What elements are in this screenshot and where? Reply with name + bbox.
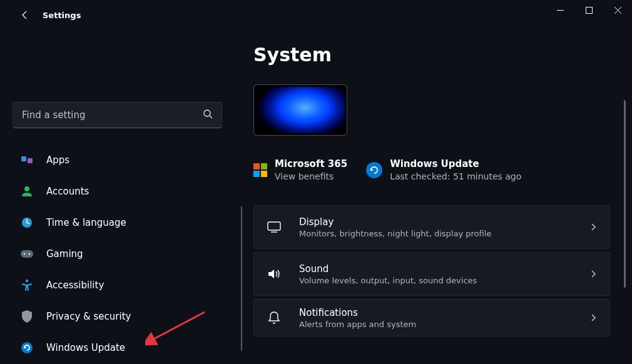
gaming-icon	[20, 247, 34, 261]
apps-icon	[20, 153, 34, 167]
wallpaper-preview	[256, 87, 345, 133]
card-subtitle: Alerts from apps and system	[299, 320, 416, 329]
settings-cards: Display Monitors, brightness, night ligh…	[253, 205, 610, 336]
microsoft-365-block[interactable]: Microsoft 365 View benefits	[253, 158, 347, 181]
card-title: Notifications	[299, 307, 416, 318]
notifications-icon	[267, 311, 282, 325]
update-subtitle: Last checked: 51 minutes ago	[390, 171, 521, 181]
svg-point-10	[26, 279, 28, 281]
sidebar-item-label: Time & language	[46, 217, 126, 228]
app-title: Settings	[43, 11, 81, 20]
info-row: Microsoft 365 View benefits Windows Upda…	[253, 158, 626, 181]
chevron-right-icon	[589, 221, 597, 233]
minimize-button[interactable]	[546, 0, 574, 20]
sidebar-item-accounts[interactable]: Accounts	[13, 178, 222, 204]
sidebar-item-apps[interactable]: Apps	[13, 147, 222, 173]
sidebar-item-label: Windows Update	[46, 342, 125, 353]
svg-rect-7	[21, 250, 33, 258]
svg-point-5	[24, 186, 29, 191]
search-input[interactable]	[22, 109, 203, 121]
sidebar-item-gaming[interactable]: Gaming	[13, 241, 222, 266]
card-display[interactable]: Display Monitors, brightness, night ligh…	[253, 205, 610, 249]
card-title: Display	[299, 216, 491, 228]
svg-point-2	[204, 110, 210, 116]
sidebar-item-label: Gaming	[46, 248, 83, 260]
sidebar-item-label: Apps	[46, 154, 69, 166]
update-title: Windows Update	[390, 158, 521, 169]
nav-list: Apps Accounts Time & language Gaming Acc	[13, 147, 222, 360]
sidebar-item-label: Accounts	[46, 186, 89, 197]
accounts-icon	[20, 185, 34, 198]
display-icon	[267, 221, 282, 233]
titlebar: Settings	[0, 0, 632, 30]
main-content: System Microsoft 365 View benefits Windo…	[253, 44, 626, 364]
minimize-icon	[557, 7, 564, 14]
svg-rect-3	[21, 156, 26, 161]
main-scrollbar[interactable]	[624, 100, 626, 288]
svg-rect-0	[557, 10, 564, 11]
page-title: System	[253, 44, 626, 66]
chevron-right-icon	[589, 268, 597, 280]
time-language-icon	[20, 216, 34, 230]
sidebar-scroll-indicator[interactable]	[241, 206, 242, 351]
search-icon	[203, 109, 213, 121]
profile-placeholder	[13, 30, 222, 102]
svg-rect-13	[268, 222, 280, 230]
card-notifications[interactable]: Notifications Alerts from apps and syste…	[253, 299, 610, 336]
close-icon	[614, 7, 621, 14]
search-box[interactable]	[13, 102, 222, 128]
sidebar-item-windows-update[interactable]: Windows Update	[13, 335, 222, 360]
card-title: Sound	[299, 263, 477, 275]
card-sound[interactable]: Sound Volume levels, output, input, soun…	[253, 252, 610, 296]
window-controls	[546, 0, 632, 20]
back-button[interactable]	[13, 3, 38, 28]
chevron-right-icon	[589, 312, 597, 324]
svg-point-11	[21, 342, 33, 353]
svg-rect-4	[28, 158, 33, 163]
close-button[interactable]	[603, 0, 632, 20]
microsoft-logo-icon	[253, 163, 267, 177]
svg-point-9	[29, 253, 30, 254]
maximize-icon	[586, 7, 593, 14]
privacy-security-icon	[20, 310, 34, 323]
windows-update-status-icon	[366, 162, 382, 178]
device-row	[253, 84, 626, 136]
sidebar-item-privacy-security[interactable]: Privacy & security	[13, 303, 222, 329]
sidebar: Apps Accounts Time & language Gaming Acc	[0, 30, 232, 364]
sidebar-item-accessibility[interactable]: Accessibility	[13, 272, 222, 298]
maximize-button[interactable]	[574, 0, 603, 20]
sidebar-item-time-language[interactable]: Time & language	[13, 210, 222, 235]
card-subtitle: Monitors, brightness, night light, displ…	[299, 229, 491, 238]
sidebar-item-label: Privacy & security	[46, 311, 131, 322]
accessibility-icon	[20, 278, 34, 292]
back-arrow-icon	[20, 10, 30, 20]
windows-update-block[interactable]: Windows Update Last checked: 51 minutes …	[366, 158, 521, 181]
svg-rect-1	[586, 7, 592, 13]
svg-point-8	[24, 253, 25, 254]
sound-icon	[267, 268, 282, 280]
windows-update-icon	[20, 341, 34, 355]
device-thumbnail[interactable]	[253, 84, 347, 136]
ms365-title: Microsoft 365	[275, 158, 347, 169]
ms365-subtitle: View benefits	[275, 171, 347, 181]
card-subtitle: Volume levels, output, input, sound devi…	[299, 276, 477, 285]
sidebar-item-label: Accessibility	[46, 280, 104, 291]
